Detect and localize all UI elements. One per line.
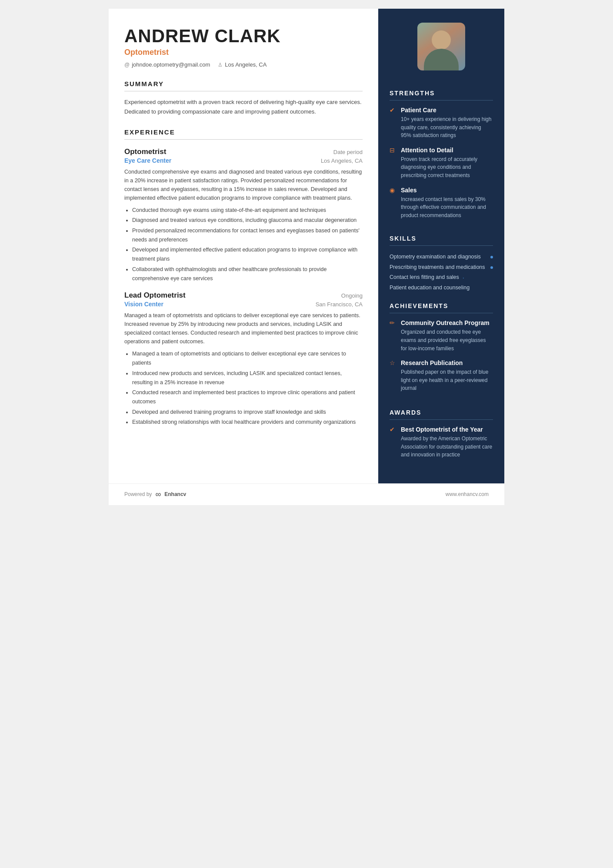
achievements-section-title: ACHIEVEMENTS [378, 302, 504, 309]
candidate-photo [417, 23, 465, 70]
experience-divider [124, 139, 363, 140]
award-name-1: Best Optometrist of the Year [401, 426, 483, 433]
location-value: Los Angeles, CA [225, 61, 267, 68]
job-header-2: Lead Optometrist Ongoing [124, 291, 363, 300]
job-header-1: Optometrist Date period [124, 147, 363, 156]
strength-item-2: ⊟ Attention to Detail Proven track recor… [378, 147, 504, 180]
awards-divider [390, 419, 493, 420]
job-desc-1: Conducted comprehensive eye exams and di… [124, 168, 363, 202]
location-icon: ♙ [218, 62, 223, 68]
footer-website: www.enhancv.com [446, 491, 489, 497]
skill-text-2: Prescribing treatments and medications [390, 264, 485, 271]
skill-text-3: Contact lens fitting and sales [390, 274, 459, 282]
award-desc-1: Awarded by the American Optometric Assoc… [390, 435, 493, 459]
bullet-item: Introduced new products and services, in… [132, 369, 363, 388]
awards-section-title: AWARDS [378, 409, 504, 416]
achievement-item-1: ✏ Community Outreach Program Organized a… [378, 319, 504, 352]
skill-dot-2 [490, 266, 493, 269]
achievement-header-1: ✏ Community Outreach Program [390, 319, 493, 326]
email-contact: @ johndoe.optometry@gmail.com [124, 61, 210, 68]
email-value: johndoe.optometry@gmail.com [132, 61, 210, 68]
contact-row: @ johndoe.optometry@gmail.com ♙ Los Ange… [124, 61, 363, 68]
strength-header-1: ✔ Patient Care [390, 107, 493, 114]
brand-logo-icon: ∞ [155, 490, 161, 499]
bullet-item: Developed and delivered training program… [132, 408, 363, 417]
strength-item-3: ◉ Sales Increased contact lens sales by … [378, 187, 504, 220]
strength-header-3: ◉ Sales [390, 187, 493, 194]
strength-icon-2: ⊟ [390, 147, 397, 154]
left-column: ANDREW CLARK Optometrist @ johndoe.optom… [109, 9, 378, 483]
job-company-row-2: Vision Center San Francisco, CA [124, 301, 363, 308]
award-header-1: ✔ Best Optometrist of the Year [390, 426, 493, 433]
experience-section-title: EXPERIENCE [124, 128, 363, 136]
strength-name-2: Attention to Detail [401, 147, 453, 154]
bullet-item: Diagnosed and treated various eye condit… [132, 216, 363, 225]
candidate-name: ANDREW CLARK [124, 26, 363, 46]
skills-section-title: SKILLS [378, 235, 504, 242]
bullet-item: Conducted thorough eye exams using state… [132, 206, 363, 215]
award-icon-1: ✔ [390, 426, 397, 433]
summary-divider [124, 91, 363, 91]
job-location-1: Los Angeles, CA [321, 158, 363, 164]
strength-desc-2: Proven track record of accurately diagno… [390, 155, 493, 180]
summary-text: Experienced optometrist with a proven tr… [124, 97, 363, 116]
job-company-2: Vision Center [124, 301, 163, 308]
job-title-1: Optometrist [124, 147, 166, 156]
award-item-1: ✔ Best Optometrist of the Year Awarded b… [378, 426, 504, 459]
achievement-name-1: Community Outreach Program [401, 319, 490, 326]
strength-header-2: ⊟ Attention to Detail [390, 147, 493, 154]
achievement-name-2: Research Publication [401, 359, 463, 366]
skill-row-3: Contact lens fitting and sales · [378, 272, 504, 283]
strength-desc-1: 10+ years experience in delivering high … [390, 115, 493, 140]
strength-name-1: Patient Care [401, 107, 436, 114]
summary-section-title: SUMMARY [124, 80, 363, 87]
job-title-2: Lead Optometrist [124, 291, 186, 300]
job-date-2: Ongoing [341, 292, 363, 299]
job-company-1: Eye Care Center [124, 157, 171, 164]
bullet-item: Developed and implemented effective pati… [132, 245, 363, 264]
job-company-row-1: Eye Care Center Los Angeles, CA [124, 157, 363, 164]
job-item-1: Optometrist Date period Eye Care Center … [124, 147, 363, 283]
job-bullets-2: Managed a team of optometrists and optic… [124, 349, 363, 427]
strength-item-1: ✔ Patient Care 10+ years experience in d… [378, 107, 504, 140]
job-date-1: Date period [333, 149, 363, 155]
strength-icon-3: ◉ [390, 187, 397, 194]
skill-row-1: Optometry examination and diagnosis [378, 252, 504, 262]
achievements-divider [390, 313, 493, 313]
strengths-section-title: STRENGTHS [378, 90, 504, 97]
footer: Powered by ∞ Enhancv www.enhancv.com [109, 483, 504, 505]
job-desc-2: Managed a team of optometrists and optic… [124, 311, 363, 346]
bullet-item: Managed a team of optometrists and optic… [132, 349, 363, 368]
skill-dot-1 [490, 256, 493, 258]
job-bullets-1: Conducted thorough eye exams using state… [124, 206, 363, 283]
candidate-title: Optometrist [124, 48, 363, 57]
strength-desc-3: Increased contact lens sales by 30% thro… [390, 195, 493, 220]
achievement-icon-2: ☆ [390, 359, 397, 366]
footer-brand: Powered by ∞ Enhancv [124, 490, 186, 499]
photo-area [378, 9, 504, 81]
email-icon: @ [124, 62, 130, 68]
skill-text-1: Optometry examination and diagnosis [390, 253, 481, 261]
bullet-item: Provided personalized recommendations fo… [132, 226, 363, 245]
achievement-item-2: ☆ Research Publication Published paper o… [378, 359, 504, 392]
bullet-item: Collaborated with ophthalmologists and o… [132, 265, 363, 284]
achievement-header-2: ☆ Research Publication [390, 359, 493, 366]
achievement-icon-1: ✏ [390, 319, 397, 326]
bullet-item: Established strong relationships with lo… [132, 418, 363, 427]
achievement-desc-2: Published paper on the impact of blue li… [390, 368, 493, 392]
strengths-divider [390, 100, 493, 101]
skill-row-4: Patient education and counseling [378, 283, 504, 293]
skill-row-2: Prescribing treatments and medications [378, 262, 504, 273]
brand-name: Enhancv [164, 491, 186, 497]
location-contact: ♙ Los Angeles, CA [218, 61, 267, 68]
right-column: STRENGTHS ✔ Patient Care 10+ years exper… [378, 9, 504, 483]
achievement-desc-1: Organized and conducted free eye exams a… [390, 328, 493, 352]
strength-icon-1: ✔ [390, 107, 397, 114]
job-item-2: Lead Optometrist Ongoing Vision Center S… [124, 291, 363, 427]
job-location-2: San Francisco, CA [316, 301, 363, 308]
powered-by-label: Powered by [124, 491, 152, 497]
skill-bullet-3: · [463, 274, 464, 281]
strength-name-3: Sales [401, 187, 417, 194]
bullet-item: Conducted research and implemented best … [132, 388, 363, 407]
skill-text-4: Patient education and counseling [390, 284, 470, 292]
